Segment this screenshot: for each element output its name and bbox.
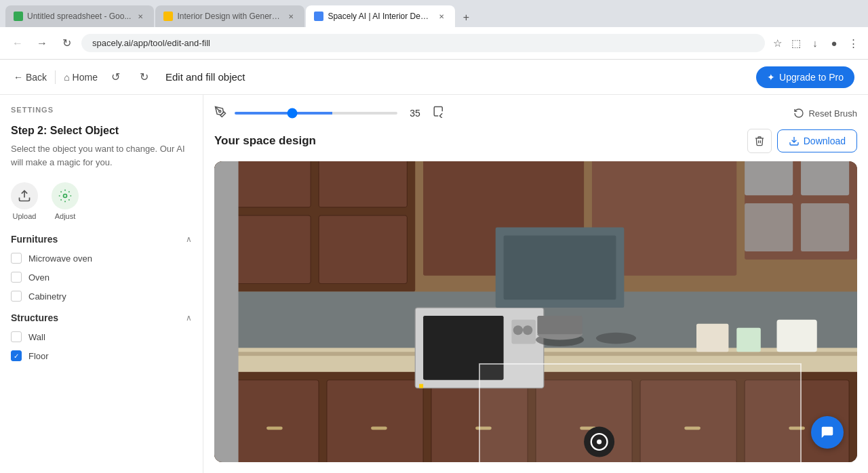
brush-size-slider[interactable] <box>235 112 397 115</box>
structure-item-floor[interactable]: ✓ Floor <box>11 350 192 361</box>
back-nav-button[interactable]: ← <box>8 34 27 53</box>
sidebar: SETTINGS Step 2: Select Object Select th… <box>0 95 203 473</box>
settings-label: SETTINGS <box>11 106 192 114</box>
tab1-favicon <box>14 12 23 21</box>
svg-rect-28 <box>371 426 387 430</box>
wall-label: Wall <box>28 332 45 342</box>
floor-checkbox[interactable]: ✓ <box>11 350 22 361</box>
upgrade-label: Upgrade to Pro <box>779 72 844 83</box>
furniture-item-oven[interactable]: Oven <box>11 272 192 283</box>
wall-checkbox[interactable] <box>11 331 22 342</box>
step-description: Select the object you want to change. Ou… <box>11 142 192 169</box>
furnitures-section-header: Furnitures ∧ <box>11 234 192 245</box>
delete-button[interactable] <box>747 129 772 153</box>
image-canvas[interactable] <box>214 161 857 462</box>
profile-icon[interactable]: ● <box>827 37 841 50</box>
svg-rect-13 <box>745 161 793 195</box>
svg-rect-14 <box>801 161 849 195</box>
browser-tab-3[interactable]: Spacely AI | AI Interior Desig... ✕ <box>306 5 455 27</box>
home-icon: ⌂ <box>64 72 69 83</box>
svg-rect-27 <box>267 426 283 430</box>
tab1-close[interactable]: ✕ <box>135 11 146 22</box>
furnitures-title: Furnitures <box>11 234 58 245</box>
svg-rect-47 <box>736 328 761 352</box>
svg-rect-12 <box>319 215 407 284</box>
svg-point-1 <box>64 194 67 198</box>
tab1-title: Untitled spreadsheet - Goo... <box>27 12 131 21</box>
microwave-label: Microwave oven <box>28 253 92 264</box>
adjust-icon-circle <box>52 182 79 209</box>
tab3-title: Spacely AI | AI Interior Desig... <box>328 12 432 21</box>
reload-button[interactable]: ↻ <box>57 34 76 53</box>
app-container: ← Back ⌂ Home ↺ ↻ Edit and fill object ✦… <box>0 60 868 473</box>
svg-rect-40 <box>504 235 616 300</box>
cabinetry-label: Cabinetry <box>28 291 66 302</box>
upgrade-star-icon: ✦ <box>767 72 775 83</box>
upgrade-button[interactable]: ✦ Upgrade to Pro <box>756 66 854 88</box>
address-bar: ← → ↻ spacely.ai/app/tool/edit-and-fill … <box>0 27 868 60</box>
furnitures-collapse-button[interactable]: ∧ <box>186 234 192 244</box>
svg-rect-16 <box>801 203 849 251</box>
structures-title: Structures <box>11 312 58 323</box>
svg-rect-15 <box>745 203 793 251</box>
tab-bar: Untitled spreadsheet - Goo... ✕ Interior… <box>0 0 868 27</box>
chat-button[interactable] <box>811 416 844 449</box>
browser-tab-1[interactable]: Untitled spreadsheet - Goo... ✕ <box>5 5 154 27</box>
svg-rect-46 <box>696 324 728 352</box>
svg-point-54 <box>597 439 601 444</box>
home-button[interactable]: ⌂ Home <box>64 72 98 83</box>
back-button[interactable]: ← Back <box>14 72 47 83</box>
structure-item-wall[interactable]: Wall <box>11 331 192 342</box>
oven-checkbox[interactable] <box>11 272 22 283</box>
back-label: Back <box>26 72 47 83</box>
bookmark-icon[interactable]: ☆ <box>770 37 784 50</box>
page-title: Edit and fill object <box>165 71 245 83</box>
fill-bucket-icon[interactable] <box>433 106 445 121</box>
redo-button[interactable]: ↻ <box>134 67 155 87</box>
svg-point-2 <box>219 110 221 112</box>
upload-tool[interactable]: Upload <box>11 182 38 220</box>
url-bar[interactable]: spacely.ai/app/tool/edit-and-fill <box>81 34 765 52</box>
sidebar-tool-icons: Upload Adjust <box>11 182 192 220</box>
download-browser-icon[interactable]: ↓ <box>808 37 822 50</box>
tab3-favicon <box>314 12 323 21</box>
furniture-item-microwave[interactable]: Microwave oven <box>11 253 192 264</box>
furniture-item-cabinetry[interactable]: Cabinetry <box>11 291 192 302</box>
adjust-label: Adjust <box>55 212 76 220</box>
tab3-close[interactable]: ✕ <box>436 11 447 22</box>
step-title: Step 2: Select Object <box>11 125 192 137</box>
home-label: Home <box>73 72 98 83</box>
svg-point-37 <box>523 325 532 335</box>
space-title: Your space design <box>214 134 747 148</box>
svg-rect-49 <box>214 161 239 462</box>
canvas-area: 35 Reset Brush <box>203 95 868 473</box>
upload-icon-circle <box>11 182 38 209</box>
extensions-icon[interactable]: ⬚ <box>789 37 803 50</box>
main-layout: SETTINGS Step 2: Select Object Select th… <box>0 95 868 473</box>
url-text: spacely.ai/app/tool/edit-and-fill <box>92 38 210 48</box>
forward-nav-button[interactable]: → <box>33 34 52 53</box>
browser-tab-2[interactable]: Interior Design with Generati... ✕ <box>155 5 304 27</box>
svg-rect-48 <box>777 320 817 352</box>
tab2-favicon <box>163 12 173 21</box>
top-nav: ← Back ⌂ Home ↺ ↻ Edit and fill object ✦… <box>0 60 868 95</box>
download-label: Download <box>804 136 846 146</box>
new-tab-button[interactable]: + <box>456 8 475 27</box>
menu-icon[interactable]: ⋮ <box>846 37 860 50</box>
back-arrow-icon: ← <box>14 72 23 83</box>
microwave-checkbox[interactable] <box>11 253 22 264</box>
structures-collapse-button[interactable]: ∧ <box>186 313 192 323</box>
upload-label: Upload <box>13 212 37 220</box>
nav-divider1 <box>55 70 56 84</box>
reset-brush-button[interactable]: Reset Brush <box>793 108 857 119</box>
reset-brush-label: Reset Brush <box>808 108 857 119</box>
svg-rect-44 <box>537 316 582 334</box>
brush-icon <box>214 106 226 121</box>
download-button[interactable]: Download <box>777 129 857 152</box>
undo-button[interactable]: ↺ <box>106 67 126 87</box>
tab2-close[interactable]: ✕ <box>285 11 296 22</box>
kitchen-svg <box>214 161 857 462</box>
adjust-tool[interactable]: Adjust <box>52 182 79 220</box>
cabinetry-checkbox[interactable] <box>11 291 22 302</box>
svg-rect-11 <box>319 161 407 207</box>
